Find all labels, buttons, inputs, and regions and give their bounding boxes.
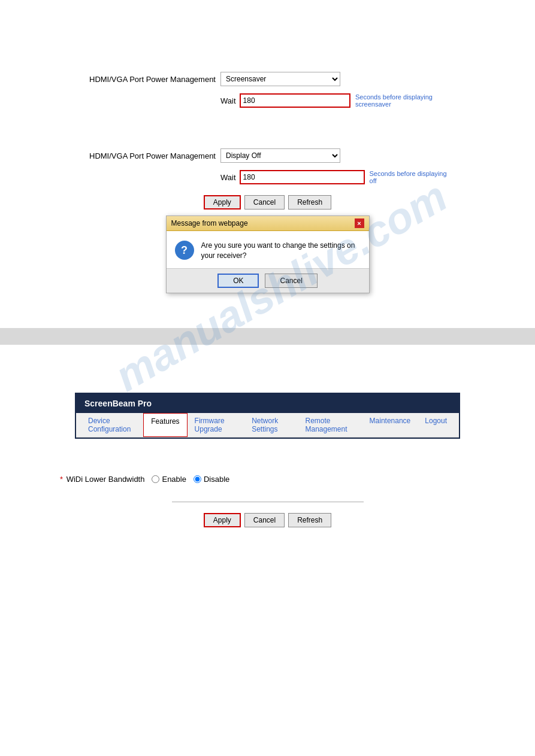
dialog-footer: OK Cancel	[167, 268, 369, 293]
screenbeam-section: ScreenBeam Pro Device Configuration Feat…	[75, 393, 460, 439]
wait-row-2: Wait Seconds before displaying off	[220, 170, 451, 184]
dialog-message-text: Are you sure you want to change the sett…	[201, 241, 361, 261]
wait-input-1[interactable]	[240, 93, 350, 108]
refresh-button-1[interactable]: Refresh	[288, 195, 331, 210]
nav-maintenance[interactable]: Maintenance	[362, 413, 418, 437]
buttons-row-1: Apply Cancel Refresh	[84, 195, 451, 210]
enable-option[interactable]: Enable	[152, 475, 186, 484]
dialog-ok-button[interactable]: OK	[217, 274, 259, 288]
widi-label-text: WiDi Lower Bandwidth	[67, 475, 145, 484]
nav-features[interactable]: Features	[143, 413, 187, 437]
dialog-close-button[interactable]: ×	[355, 218, 364, 228]
refresh-button-2[interactable]: Refresh	[288, 513, 331, 527]
wait-input-2[interactable]	[240, 170, 365, 184]
enable-radio[interactable]	[152, 475, 159, 483]
nav-device-configuration[interactable]: Device Configuration	[81, 413, 143, 437]
wait-row-1: Wait Seconds before displaying screensav…	[220, 93, 451, 108]
nav-remote-management[interactable]: Remote Management	[298, 413, 362, 437]
divider-line	[172, 502, 364, 502]
buttons-row-2: Apply Cancel Refresh	[60, 513, 475, 527]
spacer	[0, 345, 535, 369]
nav-logout[interactable]: Logout	[418, 413, 454, 437]
page-wrapper: manualshlive.com HDMI/VGA Port Power Man…	[0, 0, 535, 756]
widi-row: * WiDi Lower Bandwidth Enable Disable	[60, 475, 475, 484]
wait-label-2: Wait	[220, 173, 236, 182]
hint-text-1: Seconds before displaying screensaver	[355, 93, 451, 108]
disable-label: Disable	[204, 475, 229, 484]
hdmi-row-1: HDMI/VGA Port Power Management Screensav…	[84, 72, 451, 86]
message-dialog: Message from webpage × ? Are you sure yo…	[166, 215, 370, 293]
section-displayoff: HDMI/VGA Port Power Management Screensav…	[0, 136, 535, 317]
cancel-button-2[interactable]: Cancel	[244, 513, 285, 527]
dialog-body: ? Are you sure you want to change the se…	[167, 231, 369, 268]
hdmi-label-1: HDMI/VGA Port Power Management	[84, 75, 216, 84]
features-content: * WiDi Lower Bandwidth Enable Disable Ap…	[0, 439, 535, 551]
separator-bar	[0, 328, 535, 345]
power-management-select-2[interactable]: Screensaver Display Off None	[220, 148, 340, 163]
power-management-select-1[interactable]: Screensaver Display Off None	[220, 72, 340, 86]
nav-network-settings[interactable]: Network Settings	[244, 413, 298, 437]
screenbeam-header: ScreenBeam Pro	[76, 394, 459, 413]
dialog-title: Message from webpage	[171, 219, 248, 227]
dialog-titlebar: Message from webpage ×	[167, 216, 369, 231]
cancel-button-1[interactable]: Cancel	[244, 195, 285, 210]
dialog-cancel-button[interactable]: Cancel	[265, 274, 317, 288]
disable-radio[interactable]	[194, 475, 201, 483]
wait-label-1: Wait	[220, 96, 236, 105]
dialog-question-icon: ?	[175, 241, 194, 260]
screenbeam-nav: Device Configuration Features Firmware U…	[76, 413, 459, 438]
hint-text-2: Seconds before displaying off	[370, 170, 451, 184]
widi-label: * WiDi Lower Bandwidth	[60, 475, 144, 484]
apply-button-2[interactable]: Apply	[204, 513, 241, 527]
nav-firmware-upgrade[interactable]: Firmware Upgrade	[188, 413, 245, 437]
hdmi-label-2: HDMI/VGA Port Power Management	[84, 151, 216, 160]
apply-button-1[interactable]: Apply	[204, 195, 241, 210]
hdmi-row-2: HDMI/VGA Port Power Management Screensav…	[84, 148, 451, 163]
screenbeam-title: ScreenBeam Pro	[84, 399, 152, 408]
widi-asterisk: *	[60, 475, 63, 484]
section-screensaver: HDMI/VGA Port Power Management Screensav…	[0, 0, 535, 136]
enable-label: Enable	[162, 475, 186, 484]
disable-option[interactable]: Disable	[194, 475, 229, 484]
